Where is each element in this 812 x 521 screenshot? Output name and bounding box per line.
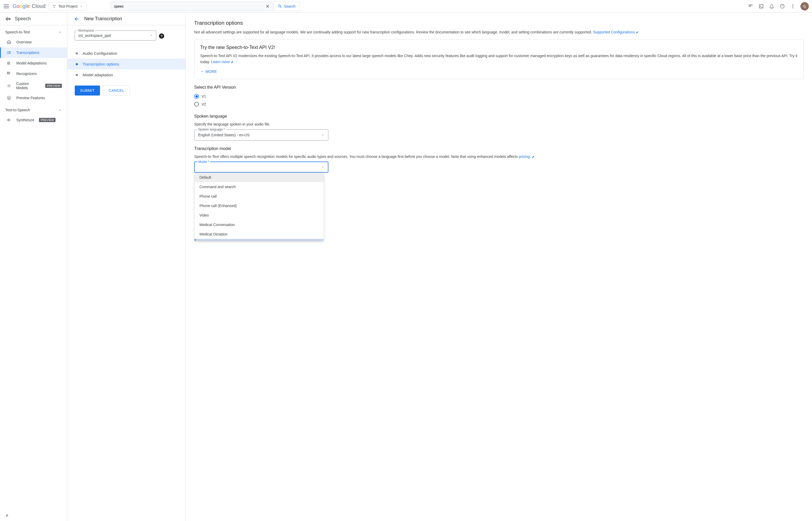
search-button[interactable]: Search (273, 2, 300, 11)
supported-configs-link[interactable]: Supported Configurations ⬈ (593, 30, 639, 34)
preview-badge: PREVIEW (39, 118, 55, 122)
radio-icon (194, 94, 199, 99)
more-options-icon[interactable] (790, 3, 796, 9)
spoken-language-value: English (United States) - en-US (198, 133, 250, 137)
svg-point-0 (53, 5, 54, 6)
external-link-icon: ⬈ (532, 155, 534, 159)
chevron-down-icon (321, 165, 324, 169)
clear-search-icon[interactable] (265, 4, 270, 9)
svg-rect-32 (9, 118, 9, 121)
sliders-icon (6, 61, 11, 66)
waveform-icon (6, 117, 11, 122)
layers-icon (6, 95, 11, 100)
detail-intro: Not all advanced settings are supported … (194, 29, 804, 35)
svg-rect-8 (6, 18, 6, 20)
external-link-icon: ⬈ (231, 60, 233, 64)
page-title: New Transcription (84, 16, 122, 22)
radio-v1[interactable]: V1 (194, 92, 804, 100)
home-icon (6, 40, 11, 45)
sidebar: Speech Speech-to-Text Overview Transcrip… (0, 13, 67, 521)
svg-rect-22 (7, 72, 8, 73)
model-option-video[interactable]: Video (195, 210, 324, 220)
preview-badge: PREVIEW (45, 84, 62, 88)
nav-menu-icon[interactable] (3, 3, 9, 9)
detail-panel: Transcription options Not all advanced s… (186, 13, 812, 521)
model-option-medical-dictation[interactable]: Medical Dictation (195, 229, 324, 239)
radio-icon (194, 102, 199, 107)
model-option-command-search[interactable]: Command and search (195, 182, 324, 191)
google-cloud-logo[interactable]: Google Cloud (13, 3, 46, 9)
submit-button[interactable]: SUBMIT (75, 86, 100, 95)
svg-rect-27 (10, 73, 10, 73)
nav-item-model-adaptations[interactable]: Model Adaptations (0, 58, 67, 68)
collapse-sidebar-button[interactable] (5, 513, 10, 518)
cloud-shell-icon[interactable] (748, 3, 753, 9)
nav-group-stt[interactable]: Speech-to-Text (0, 27, 67, 37)
svg-rect-11 (9, 18, 9, 20)
api-version-heading: Select the API Version (194, 85, 804, 90)
help-icon[interactable]: ? (780, 3, 785, 9)
stepper-panel: New Transcription Workspace sst_workspac… (67, 13, 186, 521)
user-avatar[interactable]: G (801, 2, 809, 10)
chevron-down-icon (200, 70, 204, 73)
chevron-up-icon (58, 30, 62, 34)
chevron-down-icon (150, 34, 153, 37)
svg-point-29 (8, 85, 9, 87)
svg-rect-14 (8, 51, 11, 52)
project-selector[interactable]: Test Project (49, 2, 86, 10)
svg-point-2 (54, 6, 54, 7)
model-value (198, 165, 199, 169)
svg-rect-30 (7, 120, 8, 120)
svg-point-6 (792, 6, 793, 6)
svg-rect-10 (8, 18, 8, 20)
nav-item-preview-features[interactable]: Preview Features (0, 93, 67, 103)
notifications-icon[interactable] (769, 3, 775, 9)
workspace-value: sst_workspace_ppd (78, 33, 111, 38)
v2-info-box: Try the new Speech-to-Text API V2! Speec… (194, 39, 804, 79)
step-model-adaptation[interactable]: Model adaptation (75, 69, 178, 80)
nav-item-transcriptions[interactable]: Transcriptions (0, 47, 67, 58)
model-option-phone-call[interactable]: Phone call (195, 191, 324, 201)
nav-item-custom-models[interactable]: Custom Models PREVIEW (0, 79, 67, 93)
search-icon (278, 4, 282, 9)
back-button[interactable] (74, 16, 79, 22)
nav-item-overview[interactable]: Overview (0, 37, 67, 47)
svg-point-5 (792, 4, 793, 5)
svg-text:?: ? (782, 5, 783, 8)
svg-point-7 (792, 7, 793, 8)
model-option-default[interactable]: Default (195, 173, 324, 182)
top-bar: Google Cloud Test Project Search ? G (0, 0, 812, 13)
workspace-select[interactable]: Workspace sst_workspace_ppd (75, 30, 156, 41)
svg-rect-15 (7, 52, 8, 53)
svg-point-21 (9, 64, 10, 65)
learn-more-link[interactable]: Learn more ⬈ (211, 60, 233, 64)
search-input[interactable] (114, 4, 265, 8)
step-transcription-options[interactable]: Transcription options (67, 59, 186, 69)
workspace-help-icon[interactable]: ? (159, 33, 164, 39)
project-icon (52, 4, 56, 8)
svg-rect-34 (10, 120, 11, 120)
model-helper: Speech-to-Text offers multiple speech re… (194, 154, 804, 159)
cancel-button[interactable]: CANCEL (103, 86, 130, 95)
more-button[interactable]: MORE (200, 69, 797, 74)
step-dot-icon (76, 63, 78, 65)
chevron-down-icon (80, 5, 83, 8)
svg-rect-33 (9, 119, 10, 121)
spoken-language-select[interactable]: Spoken language * English (United States… (194, 130, 328, 140)
radio-v2[interactable]: V2 (194, 100, 804, 108)
spoken-language-helper: Specify the language spoken in your audi… (194, 121, 804, 127)
model-option-long[interactable]: Long (195, 239, 324, 241)
step-audio-config[interactable]: Audio Configuration (75, 48, 178, 59)
model-select[interactable]: Model * Default Command and search Phone… (194, 162, 328, 173)
model-option-phone-call-enhanced[interactable]: Phone call (Enhanced) (195, 201, 324, 210)
nav-item-recognizers[interactable]: Recognizers (0, 68, 67, 79)
pricing-link[interactable]: pricing. ⬈ (519, 155, 534, 159)
terminal-icon[interactable] (758, 3, 764, 9)
nav-group-tts[interactable]: Text-to-Speech (0, 105, 67, 115)
product-header: Speech (0, 13, 67, 25)
step-dot-icon (76, 74, 78, 76)
nav-item-synthesize[interactable]: Synthesize PREVIEW (0, 115, 67, 125)
svg-point-20 (8, 63, 9, 64)
model-option-medical-conversation[interactable]: Medical Conversation (195, 220, 324, 229)
svg-rect-25 (9, 73, 10, 74)
